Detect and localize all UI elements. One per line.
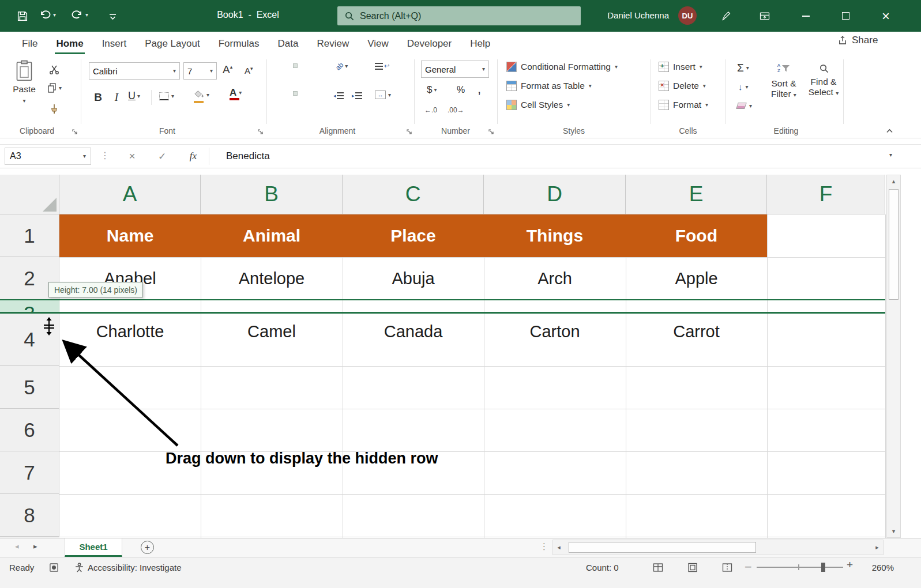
grow-font-button[interactable]: A▴ [223, 63, 232, 76]
name-box[interactable]: A3 [5, 148, 91, 165]
row-header-3[interactable]: 3 [0, 300, 59, 313]
close-button[interactable]: × [873, 0, 899, 32]
dropdown-icon[interactable] [388, 92, 391, 98]
zoom-slider-thumb[interactable] [821, 563, 825, 572]
cell-D2[interactable]: Arch [484, 257, 626, 300]
dropdown-icon[interactable] [85, 12, 88, 18]
align-center-button[interactable] [293, 91, 298, 96]
percent-style-button[interactable]: % [457, 85, 465, 95]
zoom-level[interactable]: 260% [859, 563, 894, 572]
zoom-in-button[interactable]: + [847, 559, 853, 571]
row-header-8[interactable]: 8 [0, 494, 59, 537]
align-left-button[interactable] [275, 91, 279, 96]
align-right-button[interactable] [311, 91, 316, 96]
page-layout-view-button[interactable] [685, 560, 700, 574]
row-resize-drag-line[interactable] [0, 312, 885, 314]
dropdown-icon[interactable] [206, 92, 209, 98]
dropdown-icon[interactable] [746, 84, 749, 90]
insert-function-button[interactable]: fx [185, 148, 202, 165]
row-header-6[interactable]: 6 [0, 409, 59, 451]
cell-styles-button[interactable]: Cell Styles [506, 100, 570, 110]
column-header-B[interactable]: B [201, 175, 343, 214]
scroll-up-icon[interactable]: ▴ [887, 175, 900, 187]
tab-data[interactable]: Data [269, 32, 308, 56]
horizontal-scrollbar[interactable]: ◂ ▸ [552, 540, 884, 555]
middle-align-button[interactable] [293, 63, 298, 68]
clear-button[interactable] [737, 103, 752, 109]
zoom-slider-track[interactable] [757, 567, 843, 568]
page-break-view-button[interactable] [720, 560, 735, 574]
header-cell-animal[interactable]: Animal [201, 214, 342, 257]
new-sheet-button[interactable]: + [141, 541, 154, 554]
horizontal-scroll-thumb[interactable] [569, 542, 756, 553]
dropdown-icon[interactable] [83, 153, 86, 159]
increase-indent-button[interactable]: ▸ [352, 92, 362, 99]
header-cell-food[interactable]: Food [626, 214, 767, 257]
share-button[interactable]: Share [837, 35, 878, 46]
tab-review[interactable]: Review [307, 32, 358, 56]
save-button[interactable] [14, 7, 31, 25]
cell-C2[interactable]: Abuja [343, 257, 484, 300]
row-header-5[interactable]: 5 [0, 366, 59, 409]
tab-view[interactable]: View [358, 32, 398, 56]
dropdown-icon[interactable] [749, 103, 752, 109]
row-header-7[interactable]: 7 [0, 451, 59, 494]
undo-button[interactable] [39, 10, 56, 20]
insert-cells-button[interactable]: + Insert [659, 62, 702, 72]
italic-button[interactable]: I [111, 90, 122, 105]
dropdown-icon[interactable] [434, 87, 437, 93]
cell-C4[interactable]: Canada [343, 314, 484, 349]
wrap-text-button[interactable]: ↩ [375, 62, 389, 70]
cancel-button[interactable]: × [123, 148, 141, 165]
comma-style-button[interactable]: , [478, 82, 481, 97]
cell-D4[interactable]: Carton [484, 314, 626, 349]
number-dialog-launcher[interactable] [488, 127, 494, 137]
merge-center-button[interactable]: ↔ [375, 91, 391, 99]
macro-record-button[interactable] [47, 561, 60, 573]
clipboard-dialog-launcher[interactable] [72, 127, 78, 137]
tabbar-grip-icon[interactable]: ⋮ [540, 541, 548, 552]
user-name[interactable]: Daniel Uchenna [577, 10, 669, 20]
format-as-table-button[interactable]: Format as Table [506, 81, 592, 91]
ribbon-display-options-button[interactable] [757, 9, 773, 24]
find-select-button[interactable]: Find & Select [806, 63, 841, 97]
avatar[interactable]: DU [678, 6, 697, 25]
tab-help[interactable]: Help [461, 32, 499, 56]
number-format-combo[interactable]: General [421, 61, 489, 78]
conditional-formatting-button[interactable]: Conditional Formatting [506, 62, 618, 72]
select-all-corner[interactable] [0, 175, 59, 214]
collapse-ribbon-button[interactable] [882, 126, 896, 136]
fill-button[interactable]: ↓ [738, 82, 749, 92]
font-color-button[interactable]: A [230, 88, 242, 100]
zoom-out-button[interactable]: – [745, 560, 751, 572]
quick-access-customize-button[interactable] [106, 10, 119, 22]
redo-button[interactable] [72, 10, 88, 20]
tab-formulas[interactable]: Formulas [209, 32, 269, 56]
cell-B2[interactable]: Antelope [201, 257, 343, 300]
cell-E4[interactable]: Carrot [626, 314, 767, 349]
row-header-1[interactable]: 1 [0, 214, 59, 257]
column-header-C[interactable]: C [343, 175, 484, 214]
enter-button[interactable]: ✓ [153, 148, 171, 165]
shrink-font-button[interactable]: A▾ [245, 66, 253, 76]
delete-cells-button[interactable]: × Delete [659, 81, 706, 91]
header-cell-place[interactable]: Place [343, 214, 484, 257]
dropdown-icon[interactable] [171, 93, 174, 99]
format-painter-button[interactable] [47, 103, 61, 115]
header-cell-name[interactable]: Name [59, 214, 201, 257]
font-family-combo[interactable]: Calibri [89, 62, 180, 80]
increase-decimal-button[interactable]: ←.0 [424, 106, 437, 114]
dropdown-icon[interactable] [59, 85, 62, 91]
accounting-format-button[interactable]: $ [427, 84, 437, 96]
dropdown-icon[interactable] [22, 97, 25, 104]
tab-page-layout[interactable]: Page Layout [136, 32, 209, 56]
column-header-A[interactable]: A [59, 175, 201, 214]
vertical-scroll-thumb[interactable] [889, 189, 899, 300]
dropdown-icon[interactable] [239, 90, 242, 96]
borders-button[interactable] [159, 92, 174, 100]
decrease-decimal-button[interactable]: .00→ [448, 106, 464, 114]
scroll-right-icon[interactable]: ▸ [871, 540, 883, 555]
column-header-D[interactable]: D [484, 175, 626, 214]
tab-developer[interactable]: Developer [398, 32, 461, 56]
maximize-button[interactable] [832, 0, 859, 32]
